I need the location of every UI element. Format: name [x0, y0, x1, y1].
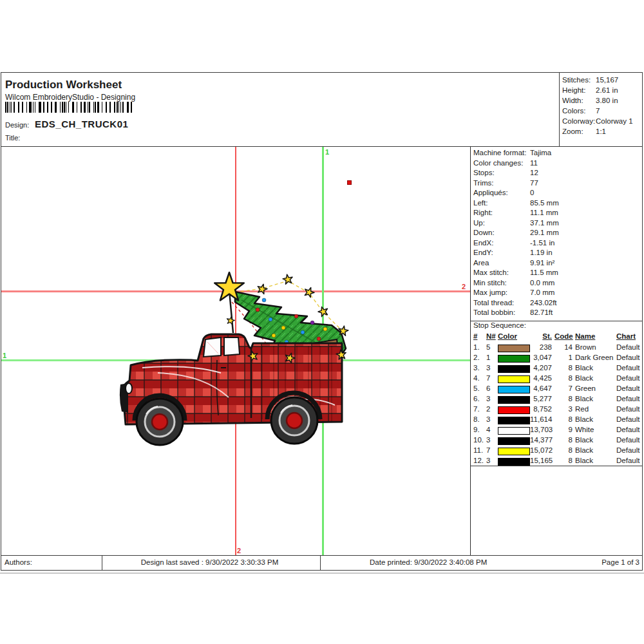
row-chart: Default — [616, 426, 642, 433]
row-code: 8 — [554, 364, 573, 372]
summary-label: Colorway: — [562, 117, 595, 125]
page-title: Production Worksheet — [5, 79, 122, 91]
row-code: 1 — [554, 354, 573, 361]
row-code: 8 — [554, 446, 573, 454]
row-stitches: 14,377 — [530, 436, 552, 444]
row-stitches: 4,425 — [530, 374, 552, 382]
row-needle: 7 — [486, 374, 497, 382]
row-chart: Default — [616, 364, 642, 372]
summary-row: Colors: 7 — [560, 106, 642, 117]
row-needle: 7 — [486, 446, 497, 454]
worksheet-footer: Authors: Design last saved : 9/30/2022 3… — [1, 555, 642, 570]
row-code: 7 — [554, 384, 573, 392]
machine-info-row: Appliqués: 0 — [473, 189, 642, 199]
row-stitches: 238 — [530, 343, 552, 351]
row-name: Black — [575, 457, 616, 464]
machine-info-label: Up: — [473, 219, 485, 227]
row-needle: 3 — [486, 436, 497, 444]
row-stitches: 8,752 — [530, 405, 552, 413]
row-code: 8 — [554, 374, 573, 382]
col-code: Code — [554, 332, 573, 340]
row-stitches: 11,614 — [530, 415, 552, 423]
row-chart: Default — [616, 343, 642, 351]
machine-info-label: Trims: — [473, 179, 494, 187]
summary-row: Width: 3.80 in — [560, 96, 642, 106]
machine-info-row: Max stitch: 11.5 mm — [473, 269, 642, 279]
col-num: # — [473, 332, 485, 340]
thread-color-swatch — [498, 406, 530, 414]
row-stitches: 15,072 — [530, 446, 552, 454]
thread-color-swatch — [498, 365, 530, 373]
machine-info-label: EndY: — [473, 249, 493, 256]
barcode-icon — [5, 102, 134, 113]
row-name: Green — [575, 384, 616, 392]
design-label: Design: — [5, 121, 29, 129]
machine-info-value: 1.19 in — [530, 249, 553, 256]
thread-color-swatch — [498, 375, 530, 383]
row-name: Black — [575, 436, 616, 444]
row-stitches: 15,165 — [530, 457, 552, 464]
row-name: Brown — [575, 343, 616, 351]
hoop-label-green-top: 1 — [325, 149, 329, 155]
machine-info-value: 82.71ft — [530, 308, 553, 316]
row-chart: Default — [616, 446, 642, 454]
row-name: Black — [575, 364, 616, 372]
stop-sequence-row: 7. 2 8,752 3 Red Default — [473, 404, 639, 415]
row-chart: Default — [616, 374, 642, 382]
thread-color-swatch — [498, 345, 530, 352]
machine-info-row: Total bobbin: 82.71ft — [473, 308, 642, 319]
thread-color-swatch — [498, 396, 530, 404]
design-canvas: 1 1 2 2 Machine format: Tajima Color cha… — [1, 147, 642, 555]
row-chart: Default — [616, 395, 642, 402]
hoop-label-red-bottom: 2 — [237, 547, 241, 554]
row-name: Black — [575, 374, 616, 382]
row-stitches: 13,703 — [530, 426, 552, 433]
row-num: 1. — [473, 343, 485, 351]
design-name: EDS_CH_TRUCK01 — [35, 118, 128, 129]
row-num: 3. — [473, 364, 485, 372]
row-stitches: 3,047 — [530, 354, 552, 361]
row-num: 5. — [473, 384, 485, 392]
stop-sequence-table: # N# Color St. Code Name Chart 1. 5 — [473, 332, 639, 466]
thread-color-swatch — [498, 437, 530, 445]
row-code: 8 — [554, 457, 573, 464]
machine-info-value: Tajima — [530, 149, 551, 156]
machine-info-row: EndY: 1.19 in — [473, 249, 642, 259]
machine-info-value: 12 — [530, 169, 538, 176]
row-num: 6. — [473, 395, 485, 402]
table-end-divider — [471, 466, 642, 466]
stop-sequence-row: 4. 7 4,425 8 Black Default — [473, 374, 639, 384]
row-name: Red — [575, 405, 616, 413]
stop-sequence-row: 1. 5 238 14 Brown Default — [473, 343, 639, 353]
thread-color-swatch — [498, 386, 530, 393]
machine-info-value: -1.51 in — [530, 239, 554, 247]
row-chart: Default — [616, 415, 642, 423]
stop-sequence-row: 2. 1 3,047 1 Dark Green Default — [473, 353, 639, 363]
machine-info-label: Left: — [473, 199, 488, 207]
machine-info-value: 0 — [530, 189, 534, 196]
row-needle: 3 — [486, 415, 497, 423]
machine-info-row: Left: 85.5 mm — [473, 199, 642, 209]
summary-value: 15,167 — [596, 76, 618, 84]
stop-sequence-row: 9. 4 13,703 9 White Default — [473, 425, 639, 435]
summary-value: 7 — [596, 107, 600, 115]
machine-info-value: 11 — [530, 159, 538, 167]
machine-info-row: Min stitch: 0.0 mm — [473, 279, 642, 289]
col-name: Name — [575, 332, 616, 340]
machine-info-label: Total bobbin: — [473, 308, 515, 316]
hoop-label-green-left: 1 — [3, 352, 6, 359]
last-saved-text: Design last saved : 9/30/2022 3:30:33 PM — [99, 556, 321, 570]
machine-info-value: 29.1 mm — [530, 229, 559, 236]
date-printed-text: Date printed: 9/30/2022 3:40:08 PM — [321, 556, 644, 570]
machine-info-row: Max jump: 7.0 mm — [473, 289, 642, 299]
embroidery-design-preview — [119, 271, 351, 448]
row-chart: Default — [616, 405, 642, 413]
row-needle: 3 — [486, 457, 497, 464]
machine-info-label: Min stitch: — [473, 279, 507, 287]
row-num: 12. — [473, 457, 485, 464]
page-shadow — [0, 573, 644, 574]
machine-info-value: 11.5 mm — [530, 269, 558, 276]
machine-info-row: Machine format: Tajima — [473, 149, 642, 159]
row-code: 8 — [554, 395, 573, 402]
row-chart: Default — [616, 384, 642, 392]
